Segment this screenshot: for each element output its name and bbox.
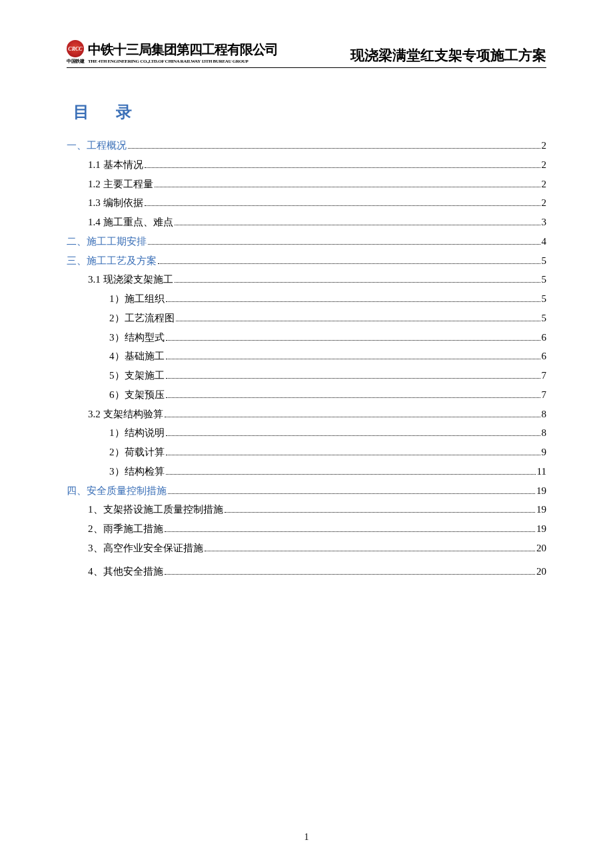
toc-entry-label: 1.2 主要工程量 xyxy=(88,177,153,192)
toc-leader-dots xyxy=(128,148,540,149)
toc-leader-dots xyxy=(145,167,540,168)
toc-entry[interactable]: 2）荷载计算9 xyxy=(67,445,546,460)
toc-entry-page: 3 xyxy=(542,215,547,230)
toc-entry-label: 三、施工工艺及方案 xyxy=(67,254,157,269)
toc-entry-page: 20 xyxy=(536,541,546,556)
toc-entry-page: 7 xyxy=(542,388,547,403)
toc-entry-page: 5 xyxy=(542,273,547,287)
table-of-contents: 一、工程概况21.1 基本情况21.2 主要工程量21.3 编制依据21.4 施… xyxy=(67,139,546,579)
toc-entry[interactable]: 3.1 现浇梁支架施工5 xyxy=(67,273,546,287)
toc-entry-label: 4）基础施工 xyxy=(109,349,165,364)
toc-leader-dots xyxy=(205,551,536,551)
toc-entry[interactable]: 3.2 支架结构验算8 xyxy=(67,407,546,422)
toc-entry-label: 2、雨季施工措施 xyxy=(88,522,163,537)
toc-entry-page: 4 xyxy=(542,235,547,249)
toc-entry-label: 5）支架施工 xyxy=(109,369,165,383)
toc-entry[interactable]: 一、工程概况2 xyxy=(67,139,546,153)
toc-leader-dots xyxy=(166,435,540,436)
toc-leader-dots xyxy=(158,263,540,264)
toc-entry[interactable]: 1）施工组织5 xyxy=(67,292,546,307)
toc-leader-dots xyxy=(148,244,540,245)
toc-entry-label: 1）施工组织 xyxy=(109,292,165,307)
toc-entry-label: 一、工程概况 xyxy=(67,139,127,153)
toc-entry-page: 5 xyxy=(542,292,547,307)
toc-entry-label: 3.1 现浇梁支架施工 xyxy=(88,273,173,287)
toc-entry-page: 19 xyxy=(536,503,546,517)
toc-entry-page: 9 xyxy=(542,445,547,460)
toc-entry[interactable]: 3）结构型式6 xyxy=(67,331,546,345)
toc-leader-dots xyxy=(166,301,540,302)
toc-leader-dots xyxy=(166,378,540,379)
toc-leader-dots xyxy=(165,574,536,575)
company-name-block: 中铁十三局集团第四工程有限公司 THE 4TH ENGINEERING CO.,… xyxy=(88,41,278,64)
toc-entry-label: 6）支架预压 xyxy=(109,388,165,403)
toc-entry-page: 2 xyxy=(542,158,547,173)
crcc-logo-icon: CRCC 中国铁建 xyxy=(67,40,84,65)
toc-entry[interactable]: 6）支架预压7 xyxy=(67,388,546,403)
toc-leader-dots xyxy=(176,321,540,321)
toc-entry-label: 1、支架搭设施工质量控制措施 xyxy=(88,503,223,517)
toc-entry-page: 19 xyxy=(536,484,546,499)
toc-leader-dots xyxy=(166,455,540,455)
toc-entry-page: 6 xyxy=(542,331,547,345)
toc-entry-page: 8 xyxy=(542,426,547,441)
toc-entry-label: 3）结构检算 xyxy=(109,465,165,479)
toc-entry[interactable]: 2）工艺流程图5 xyxy=(67,311,546,326)
toc-leader-dots xyxy=(165,417,540,417)
toc-leader-dots xyxy=(166,397,540,398)
toc-entry-page: 2 xyxy=(542,139,547,153)
toc-leader-dots xyxy=(155,187,540,187)
page-number: 1 xyxy=(0,832,613,843)
toc-entry-page: 2 xyxy=(542,177,547,192)
company-logo-block: CRCC 中国铁建 中铁十三局集团第四工程有限公司 THE 4TH ENGINE… xyxy=(67,40,278,65)
toc-entry[interactable]: 4）基础施工6 xyxy=(67,349,546,364)
toc-entry-page: 19 xyxy=(536,522,546,537)
toc-entry[interactable]: 二、施工工期安排4 xyxy=(67,235,546,249)
company-name-cn: 中铁十三局集团第四工程有限公司 xyxy=(88,41,278,59)
toc-leader-dots xyxy=(175,282,540,283)
toc-entry[interactable]: 2、雨季施工措施19 xyxy=(67,522,546,537)
crcc-logo-subtext: 中国铁建 xyxy=(67,58,84,65)
page-header: CRCC 中国铁建 中铁十三局集团第四工程有限公司 THE 4TH ENGINE… xyxy=(67,40,546,68)
toc-leader-dots xyxy=(175,225,540,225)
toc-entry-label: 1）结构说明 xyxy=(109,426,165,441)
toc-entry-page: 5 xyxy=(542,254,547,269)
toc-entry-label: 二、施工工期安排 xyxy=(67,235,147,249)
toc-entry-label: 四、安全质量控制措施 xyxy=(67,484,167,499)
toc-entry-label: 2）工艺流程图 xyxy=(109,311,175,326)
toc-entry[interactable]: 3、高空作业安全保证措施20 xyxy=(67,541,546,556)
company-name-en: THE 4TH ENGINEERING CO.,LTD.OF CHINA RAI… xyxy=(88,59,278,64)
toc-leader-dots xyxy=(166,359,540,359)
toc-entry[interactable]: 4、其他安全措施20 xyxy=(67,565,546,579)
toc-entry-page: 8 xyxy=(542,407,547,422)
crcc-logo-badge: CRCC xyxy=(67,40,84,57)
toc-leader-dots xyxy=(165,531,536,532)
toc-entry-page: 7 xyxy=(542,369,547,383)
toc-leader-dots xyxy=(145,205,540,206)
toc-leader-dots xyxy=(166,340,540,341)
toc-entry-label: 4、其他安全措施 xyxy=(88,565,163,579)
toc-entry-label: 3）结构型式 xyxy=(109,331,165,345)
toc-entry[interactable]: 1）结构说明8 xyxy=(67,426,546,441)
toc-heading: 目录 xyxy=(73,101,546,123)
toc-entry-label: 2）荷载计算 xyxy=(109,445,165,460)
toc-entry-page: 2 xyxy=(542,196,547,211)
document-title: 现浇梁满堂红支架专项施工方案 xyxy=(350,46,546,65)
toc-entry[interactable]: 1、支架搭设施工质量控制措施19 xyxy=(67,503,546,517)
toc-entry[interactable]: 1.1 基本情况2 xyxy=(67,158,546,173)
toc-entry-label: 1.4 施工重点、难点 xyxy=(88,215,173,230)
toc-entry-page: 6 xyxy=(542,349,547,364)
toc-leader-dots xyxy=(168,493,535,494)
toc-entry[interactable]: 1.4 施工重点、难点3 xyxy=(67,215,546,230)
toc-leader-dots xyxy=(225,512,536,513)
toc-entry[interactable]: 1.3 编制依据2 xyxy=(67,196,546,211)
toc-entry-label: 3、高空作业安全保证措施 xyxy=(88,541,203,556)
toc-entry-label: 1.1 基本情况 xyxy=(88,158,143,173)
toc-entry[interactable]: 5）支架施工7 xyxy=(67,369,546,383)
toc-entry-page: 5 xyxy=(542,311,547,326)
toc-entry[interactable]: 三、施工工艺及方案5 xyxy=(67,254,546,269)
toc-entry[interactable]: 四、安全质量控制措施19 xyxy=(67,484,546,499)
toc-entry[interactable]: 1.2 主要工程量2 xyxy=(67,177,546,192)
toc-entry[interactable]: 3）结构检算11 xyxy=(67,465,546,479)
toc-leader-dots xyxy=(166,474,536,475)
